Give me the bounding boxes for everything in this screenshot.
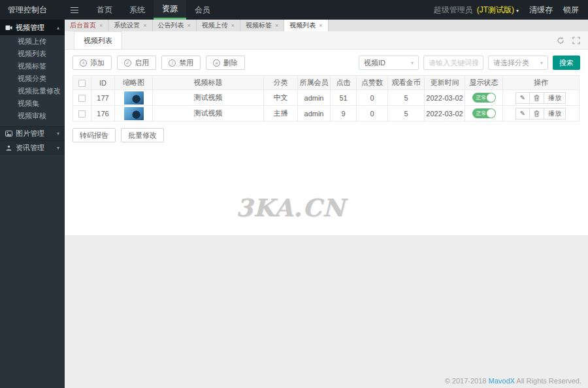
x-circle-icon: ×: [213, 59, 220, 67]
menu-toggle-icon[interactable]: [65, 0, 84, 20]
batch-edit-button[interactable]: 批量修改: [121, 128, 164, 142]
nav-item-resources[interactable]: 资源: [154, 0, 186, 20]
plus-circle-icon: +: [80, 59, 87, 67]
col-id: ID: [91, 76, 115, 90]
disable-button[interactable]: /禁用: [161, 56, 201, 70]
version-dropdown[interactable]: (JT测试版)▾: [477, 5, 519, 16]
fullscreen-icon[interactable]: [572, 37, 580, 44]
keyword-input[interactable]: [423, 56, 483, 70]
row-actions: ✎ 播放: [516, 92, 566, 104]
cell-title: 测试视频: [153, 106, 264, 121]
close-icon[interactable]: ×: [99, 22, 103, 29]
watermark: 3KA.CN: [236, 193, 345, 222]
play-button[interactable]: 播放: [544, 108, 566, 120]
sidebar-item-video-batch-edit[interactable]: 视频批量修改: [0, 85, 65, 97]
cell-member: admin: [298, 90, 331, 106]
cell-clicks: 9: [331, 106, 357, 121]
select-all-checkbox[interactable]: [78, 80, 86, 87]
lock-screen-button[interactable]: 锁屏: [563, 5, 579, 16]
table-row: 177 测试视频 中文 admin 51 0 5 2022-03-02 正常 ✎: [73, 90, 580, 106]
sidebar-item-video-review[interactable]: 视频审核: [0, 110, 65, 122]
status-toggle[interactable]: 正常: [472, 93, 496, 103]
row-checkbox[interactable]: [78, 110, 86, 118]
trash-icon: [534, 95, 540, 101]
play-button[interactable]: 播放: [544, 92, 566, 104]
sidebar-item-video-list[interactable]: 视频列表: [0, 48, 65, 60]
chevron-down-icon: ▾: [516, 8, 519, 14]
top-nav: 首页 系统 资源 会员: [88, 0, 219, 20]
workspace-tabstrip: 后台首页× 系统设置× 公告列表× 视频上传× 视频标签× 视频列表×: [65, 20, 588, 31]
cell-updated: 2022-03-02: [425, 106, 465, 121]
sidebar-item-video-upload[interactable]: 视频上传: [0, 35, 65, 48]
trash-icon: [534, 110, 540, 117]
toolbar: +添加 ✓启用 /禁用 ×删除 视频ID▾ 请选择分类▾ 搜索: [73, 56, 580, 70]
disable-button-label: 禁用: [179, 58, 193, 68]
edit-button[interactable]: ✎: [515, 108, 530, 120]
close-icon[interactable]: ×: [275, 22, 278, 29]
nav-item-system[interactable]: 系统: [121, 0, 154, 20]
sidebar-section-video[interactable]: 视频管理 ▴: [0, 20, 65, 35]
tab-label: 视频上传: [202, 21, 228, 30]
enable-button[interactable]: ✓启用: [117, 56, 156, 70]
status-label: 正常: [476, 93, 487, 103]
video-icon: [5, 25, 12, 31]
video-thumbnail: [124, 91, 144, 105]
search-field-select[interactable]: 视频ID▾: [359, 56, 419, 70]
sidebar-item-video-categories[interactable]: 视频分类: [0, 73, 65, 85]
tab-system-settings[interactable]: 系统设置×: [108, 20, 152, 31]
video-thumbnail: [124, 107, 144, 120]
tab-video-tags[interactable]: 视频标签×: [240, 20, 284, 31]
copyright-footer: © 2017-2018 MavodX All Rights Reserved.: [445, 377, 581, 385]
footer-years: © 2017-2018: [445, 377, 487, 385]
col-thumbnail: 缩略图: [115, 76, 153, 90]
delete-button[interactable]: ×删除: [206, 56, 245, 70]
sidebar-section-images[interactable]: 图片管理 ▾: [0, 126, 65, 140]
footer-brand-link[interactable]: MavodX: [489, 377, 515, 385]
topbar: 管理控制台 首页 系统 资源 会员 超级管理员 (JT测试版)▾ 清缓存 锁屏: [0, 0, 588, 20]
row-checkbox[interactable]: [78, 95, 86, 102]
clear-cache-button[interactable]: 清缓存: [529, 5, 553, 16]
sidebar-section-news[interactable]: 资讯管理 ▾: [0, 140, 65, 155]
trash-button[interactable]: [529, 92, 544, 104]
status-toggle[interactable]: 正常: [472, 108, 496, 118]
sidebar-item-video-collections[interactable]: 视频集: [0, 97, 65, 110]
search-field-value: 视频ID: [364, 58, 385, 68]
chevron-down-icon: ▾: [57, 145, 59, 151]
category-select[interactable]: 请选择分类▾: [488, 56, 548, 70]
footer-rights: All Rights Reserved.: [516, 377, 581, 385]
sidebar-item-video-tags[interactable]: 视频标签: [0, 60, 65, 73]
nav-item-members[interactable]: 会员: [186, 0, 219, 20]
trash-button[interactable]: [529, 108, 544, 120]
search-button[interactable]: 搜索: [553, 56, 580, 70]
admin-name: 超级管理员: [434, 5, 473, 16]
transcode-report-button[interactable]: 转码报告: [73, 128, 116, 142]
close-icon[interactable]: ×: [188, 22, 191, 29]
col-coins: 观看金币: [388, 76, 425, 90]
cell-category: 中文: [264, 90, 298, 106]
main-area: 后台首页× 系统设置× 公告列表× 视频上传× 视频标签× 视频列表× 视频列表…: [65, 20, 588, 388]
tab-video-upload[interactable]: 视频上传×: [197, 20, 240, 31]
add-button-label: 添加: [90, 58, 105, 68]
chevron-down-icon: ▾: [540, 60, 543, 66]
edit-button[interactable]: ✎: [515, 92, 530, 104]
tab-announcement-list[interactable]: 公告列表×: [153, 20, 197, 31]
refresh-icon[interactable]: [557, 37, 564, 44]
close-icon[interactable]: ×: [319, 22, 322, 29]
add-button[interactable]: +添加: [73, 56, 112, 70]
cell-likes: 0: [357, 90, 388, 106]
tab-label: 公告列表: [158, 21, 184, 30]
tab-label: 视频标签: [246, 21, 272, 30]
app-brand: 管理控制台: [0, 5, 65, 16]
slash-circle-icon: /: [169, 59, 176, 67]
panel-tab-video-list[interactable]: 视频列表: [74, 31, 122, 49]
tab-label: 系统设置: [114, 21, 140, 30]
close-icon[interactable]: ×: [143, 22, 146, 29]
close-icon[interactable]: ×: [231, 22, 235, 29]
tab-video-list[interactable]: 视频列表×: [284, 20, 328, 31]
tab-admin-home[interactable]: 后台首页×: [65, 20, 108, 31]
sidebar-section-label: 视频管理: [16, 23, 44, 33]
nav-item-home[interactable]: 首页: [88, 0, 121, 20]
col-likes: 点赞数: [357, 76, 388, 90]
toggle-knob: [487, 109, 495, 118]
panel-tabrow: 视频列表: [65, 31, 588, 50]
